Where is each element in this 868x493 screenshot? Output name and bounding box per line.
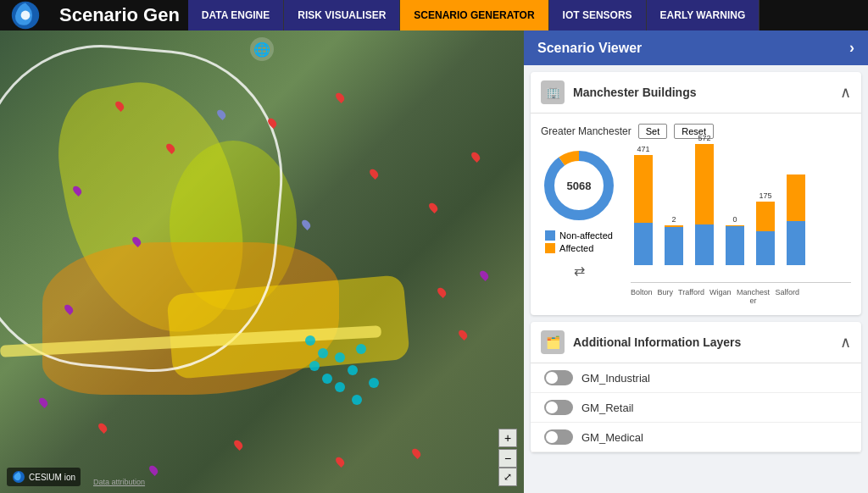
bar-label-manchester: Manchester [737,288,771,305]
expand-button[interactable]: ⤢ [498,468,517,486]
bar-blue-wigan [726,226,744,265]
donut-total: 5068 [567,180,592,192]
buildings-section-header: 🏢 Manchester Buildings ∧ [531,72,861,114]
risk-marker[interactable] [334,91,346,103]
chart-content: 5068 Non-affected Affected ⇄ [541,147,851,305]
risk-marker[interactable] [97,422,108,434]
bar-trafford: 572 [692,134,717,265]
layer-label-gm-industrial: GM_Industrial [581,372,650,385]
chart-swap-button[interactable]: ⇄ [574,263,585,279]
risk-marker[interactable] [215,108,227,120]
bar-stack-trafford [692,144,717,265]
layer-gm-industrial: GM_Industrial [531,363,861,393]
buildings-chart-area: Greater Manchester Set Reset 5068 [531,114,861,315]
bar-blue-trafford [695,224,714,265]
right-panel: Scenario Viewer › 🏢 Manchester Buildings… [524,30,868,493]
layer-gm-retail: GM_Retail [531,393,861,423]
globe-button[interactable]: 🌐 [250,37,274,61]
legend-label-non-affected: Non-affected [559,230,613,241]
zoom-out-button[interactable]: − [498,449,517,468]
zoom-in-button[interactable]: + [498,429,517,447]
map-container[interactable]: 🌐 CESIUM ion Data attribution + − ⤢ [0,30,524,493]
risk-marker[interactable] [478,269,490,281]
buildings-header-left: 🏢 Manchester Buildings [541,80,696,104]
toggle-gm-retail[interactable] [544,400,573,415]
tab-scenario-generator[interactable]: SCENARIO GENERATOR [400,0,548,30]
zoom-controls: + − [498,429,517,468]
bar-label-bolton: Bolton [631,288,653,305]
risk-marker[interactable] [266,117,278,129]
bar-label-trafford: Trafford [678,288,704,305]
legend-label-affected: Affected [559,243,593,253]
bar-val-wigan-orange: 0 [732,215,737,224]
bar-chart: 471 2 [631,147,851,305]
app-title: Scenario Gen [51,4,188,26]
map-background: 🌐 CESIUM ion Data attribution + − ⤢ [0,30,524,493]
cesium-icon [12,470,25,484]
donut-container: 5068 Non-affected Affected ⇄ [541,147,617,279]
tab-early-warning[interactable]: EARLY WARNING [647,0,760,30]
teal-marker [352,395,362,405]
bar-label-salford: Salford [776,288,800,305]
risk-marker[interactable] [457,329,469,341]
teal-marker [335,352,345,363]
risk-marker[interactable] [410,447,422,459]
globe-icon: 🌐 [253,42,270,58]
nav-tab-list: DATA ENGINE RISK VISUALISER SCENARIO GEN… [188,0,868,30]
data-attribution[interactable]: Data attribution [93,478,145,486]
risk-marker[interactable] [427,202,439,213]
teal-marker [356,344,366,354]
teal-marker [305,335,315,346]
chart-legend: Non-affected Affected [545,230,613,256]
tab-iot-sensors[interactable]: IOT SENSORS [549,0,647,30]
toggle-gm-industrial[interactable] [544,370,573,385]
scenario-viewer-title: Scenario Viewer [537,41,642,56]
teal-marker [322,374,332,384]
layers-icon: 🗂️ [541,330,565,354]
bar-val-bolton-orange: 471 [637,145,649,153]
bar-wigan: 0 [722,215,748,265]
bar-blue-salford [787,221,805,265]
tab-data-engine[interactable]: DATA ENGINE [188,0,284,30]
bar-stack-salford [783,174,809,265]
bar-orange-bolton [634,155,653,223]
top-navigation: Scenario Gen DATA ENGINE RISK VISUALISER… [0,0,868,30]
legend-affected: Affected [545,243,613,253]
bar-bury: 2 [661,215,687,265]
svg-point-1 [21,11,31,20]
donut-chart: 5068 [541,147,617,224]
set-button[interactable]: Set [638,124,668,139]
region-label: Greater Manchester [541,125,632,137]
teal-marker [318,348,328,358]
panel-collapse-button[interactable]: › [849,39,854,57]
layer-label-gm-medical: GM_Medical [581,431,643,444]
bar-label-wigan: Wigan [709,288,732,305]
buildings-collapse-button[interactable]: ∧ [840,83,851,102]
buildings-icon: 🏢 [541,80,565,104]
bar-stack-bolton [631,155,656,265]
risk-marker[interactable] [334,456,346,468]
additional-collapse-button[interactable]: ∧ [840,333,851,352]
layer-gm-medical: GM_Medical [531,423,861,452]
bar-val-trafford-orange: 572 [698,134,710,142]
risk-marker[interactable] [300,219,312,230]
risk-marker[interactable] [436,286,448,298]
scenario-viewer-header: Scenario Viewer › [524,30,868,65]
app-logo [0,0,51,30]
risk-marker[interactable] [37,396,49,408]
additional-layers-header: 🗂️ Additional Information Layers ∧ [531,322,861,363]
bar-blue-bolton [634,223,653,265]
buildings-section: 🏢 Manchester Buildings ∧ Greater Manches… [531,72,861,315]
bar-stack-manchester [753,202,778,265]
risk-marker[interactable] [147,464,159,476]
risk-marker[interactable] [232,439,244,451]
bar-bolton: 471 [631,145,656,265]
risk-marker[interactable] [470,151,481,163]
bar-label-bury: Bury [658,288,674,305]
tab-risk-visualiser[interactable]: RISK VISUALISER [284,0,400,30]
toggle-gm-medical[interactable] [544,429,573,445]
bar-stack-bury [661,225,687,265]
legend-box-orange [545,243,555,253]
risk-marker[interactable] [368,168,380,180]
teal-marker [369,378,379,388]
